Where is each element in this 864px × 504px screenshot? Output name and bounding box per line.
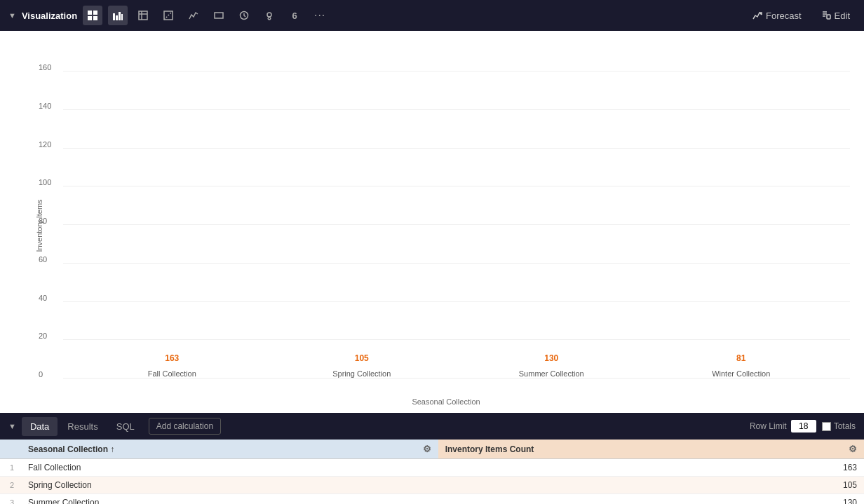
- bar-value-label: 81: [736, 353, 745, 363]
- visualization-toolbar: ▼ Visualization 6 ···: [0, 0, 864, 31]
- data-caret[interactable]: ▼: [8, 422, 16, 430]
- svg-rect-13: [215, 13, 223, 18]
- line-icon[interactable]: [184, 6, 203, 25]
- totals-checkbox[interactable]: [822, 422, 831, 431]
- inventory-count-cell: 105: [438, 477, 864, 494]
- bar-value-label: 163: [165, 353, 179, 363]
- bar-x-label: Winter Collection: [712, 369, 770, 378]
- bar-value-label: 130: [544, 353, 558, 363]
- map-icon[interactable]: [259, 6, 279, 25]
- y-tick-60: 60: [39, 255, 47, 264]
- svg-rect-3: [93, 16, 97, 20]
- row-number: 3: [0, 494, 21, 505]
- row-num-header: [0, 440, 21, 459]
- bottom-tabs: DataResultsSQL: [22, 417, 143, 436]
- x-axis-label: Seasonal Collection: [412, 397, 480, 406]
- bar-group-winter-collection: 81Winter Collection: [671, 353, 811, 378]
- bar-group-spring-collection: 105Spring Collection: [292, 353, 432, 378]
- chart-area: Inventory Items 020406080100120140160 16…: [0, 31, 864, 413]
- svg-rect-0: [88, 11, 92, 15]
- bar-group-summer-collection: 130Summer Collection: [481, 353, 621, 378]
- grid-line-0: 0: [63, 378, 850, 379]
- y-tick-0: 0: [39, 370, 43, 379]
- bar-x-label: Summer Collection: [519, 369, 584, 378]
- toolbar-right: Forecast Edit: [747, 8, 856, 24]
- bar-x-label: Fall Collection: [148, 369, 196, 378]
- row-limit-section: Row Limit: [750, 420, 816, 433]
- y-tick-40: 40: [39, 294, 47, 302]
- svg-rect-4: [113, 13, 115, 20]
- bar-chart-icon[interactable]: [108, 6, 128, 25]
- toolbar-left: ▼ Visualization 6 ···: [8, 6, 741, 25]
- y-axis-label: Inventory Items: [35, 199, 43, 252]
- tab-data[interactable]: Data: [22, 417, 58, 436]
- totals-label: Totals: [834, 421, 856, 431]
- scatter-icon[interactable]: [158, 6, 178, 25]
- table-icon[interactable]: [83, 6, 102, 25]
- y-tick-160: 160: [39, 63, 51, 71]
- bars-container: 163Fall Collection105Spring Collection13…: [63, 52, 850, 378]
- svg-rect-7: [121, 14, 123, 20]
- tab-sql[interactable]: SQL: [108, 417, 143, 436]
- row-limit-input[interactable]: [791, 420, 816, 433]
- svg-rect-19: [827, 15, 830, 19]
- data-table: Seasonal Collection ↑ ⚙ Inventory Items …: [0, 440, 864, 504]
- y-tick-140: 140: [39, 102, 51, 110]
- inventory-count-cell: 163: [438, 459, 864, 477]
- bar-value-label: 105: [355, 353, 369, 363]
- svg-rect-5: [116, 15, 118, 20]
- col2-header: Inventory Items Count ⚙: [438, 440, 864, 459]
- svg-rect-2: [88, 16, 92, 20]
- area-icon[interactable]: [209, 6, 229, 25]
- add-calculation-button[interactable]: Add calculation: [149, 418, 221, 435]
- totals-section: Totals: [822, 421, 856, 431]
- row-number: 2: [0, 477, 21, 494]
- edit-button[interactable]: Edit: [816, 8, 856, 24]
- col2-gear-icon[interactable]: ⚙: [849, 444, 857, 454]
- svg-rect-8: [139, 11, 147, 20]
- svg-line-12: [164, 11, 173, 20]
- row-number: 1: [0, 459, 21, 477]
- more-icon[interactable]: ···: [310, 6, 330, 25]
- seasonal-collection-cell: Spring Collection: [21, 477, 438, 494]
- col1-gear-icon[interactable]: ⚙: [423, 444, 431, 454]
- y-tick-120: 120: [39, 140, 51, 149]
- seasonal-collection-cell: Fall Collection: [21, 459, 438, 477]
- clock-icon[interactable]: [234, 6, 254, 25]
- table-row: 2Spring Collection105: [0, 477, 864, 494]
- y-tick-100: 100: [39, 178, 51, 186]
- bar-group-fall-collection: 163Fall Collection: [102, 353, 242, 378]
- y-tick-80: 80: [39, 217, 47, 225]
- y-tick-20: 20: [39, 332, 47, 340]
- viz-title: Visualization: [22, 11, 77, 21]
- bottom-panel: ▼ DataResultsSQL Add calculation Row Lim…: [0, 413, 864, 504]
- col1-header: Seasonal Collection ↑ ⚙: [21, 440, 438, 459]
- forecast-button[interactable]: Forecast: [747, 8, 807, 24]
- viz-caret[interactable]: ▼: [8, 11, 16, 20]
- row-limit-label: Row Limit: [750, 421, 787, 431]
- bar-x-label: Spring Collection: [332, 369, 391, 378]
- svg-rect-1: [93, 11, 97, 15]
- tab-results[interactable]: Results: [59, 417, 106, 436]
- seasonal-collection-cell: Summer Collection: [21, 494, 438, 505]
- data-table-wrapper: Seasonal Collection ↑ ⚙ Inventory Items …: [0, 440, 864, 504]
- table-row: 3Summer Collection130: [0, 494, 864, 505]
- pivot-icon[interactable]: [133, 6, 153, 25]
- table-row: 1Fall Collection163: [0, 459, 864, 477]
- inventory-count-cell: 130: [438, 494, 864, 505]
- bottom-toolbar: ▼ DataResultsSQL Add calculation Row Lim…: [0, 413, 864, 440]
- number-tile-icon[interactable]: 6: [285, 6, 304, 25]
- svg-rect-6: [119, 12, 121, 20]
